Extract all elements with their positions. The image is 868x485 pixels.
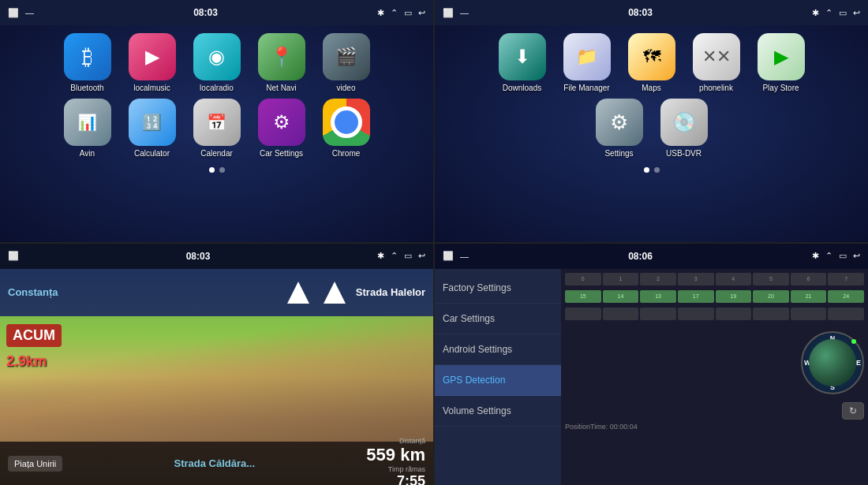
app-icon-carsettings: ⚙	[258, 99, 305, 146]
nav-strada-info: Strada Căldăra...	[174, 457, 255, 469]
topbar-right-4: ✱ ⌃ ▭ ↩	[812, 251, 860, 261]
gps-cell-14: 14	[603, 290, 639, 303]
gps-cell-6: 6	[791, 273, 827, 285]
bluetooth-icon-1: ✱	[377, 8, 384, 18]
topbar-left-3: ⬜	[8, 251, 19, 261]
screen-icon-3: ▭	[404, 251, 412, 261]
settings-item-factory-label: Factory Settings	[443, 282, 511, 293]
app-bluetooth[interactable]: ₿ Bluetooth	[60, 33, 115, 92]
gps-cell-15: 15	[565, 290, 601, 303]
topbar-panel4: ⬜ — 08:06 ✱ ⌃ ▭ ↩	[435, 244, 868, 269]
gps-cell-17: 17	[678, 290, 714, 303]
nav-arrows: Strada Halelor	[283, 282, 425, 304]
app-filemanager[interactable]: 📁 File Manager	[559, 33, 615, 92]
home-icon-4[interactable]: ⬜	[443, 251, 454, 261]
screen-icon-2: ▭	[839, 8, 847, 18]
nav-distanta-km: 559 km	[366, 445, 425, 465]
gps-grid-row2: 15 14 13 17 19 20 21 24	[565, 290, 864, 303]
back-icon-3[interactable]: ↩	[418, 251, 425, 261]
app-icon-downloads: ⬇	[499, 33, 546, 80]
app-settings[interactable]: ⚙ Settings	[592, 99, 647, 158]
nav-distanta-label: Distanță	[366, 437, 425, 445]
compass-widget: N S E W	[801, 331, 864, 394]
app-calculator[interactable]: 🔢 Calculator	[125, 99, 180, 158]
topbar-right-3: ✱ ⌃ ▭ ↩	[377, 251, 425, 261]
app-chrome[interactable]: Chrome	[319, 99, 374, 158]
minimize-icon-2[interactable]: —	[460, 8, 469, 17]
compass-signal-dot	[851, 339, 856, 344]
gps-cell-2: 2	[640, 273, 676, 285]
wifi-icon-1: ⌃	[391, 8, 398, 18]
app-phonelink[interactable]: ✕✕ phonelink	[689, 33, 744, 92]
home-icon-3[interactable]: ⬜	[8, 251, 19, 261]
dot-1-inactive	[219, 167, 225, 173]
topbar-time-3: 08:03	[186, 251, 211, 262]
nav-street-name: Strada Halelor	[356, 286, 425, 298]
app-label-calendar: Calendar	[200, 149, 233, 158]
bluetooth-icon-3: ✱	[377, 251, 384, 261]
back-icon-4[interactable]: ↩	[853, 251, 860, 261]
gps-cell-20: 20	[753, 290, 789, 303]
app-localradio[interactable]: ◉ localradio	[189, 33, 245, 92]
dot-2-inactive	[654, 167, 660, 173]
screen-icon-4: ▭	[839, 251, 847, 261]
wifi-icon-4: ⌃	[825, 251, 832, 261]
gps-position-time: PositionTime: 00:00:04	[565, 423, 864, 431]
page-dots-2	[447, 167, 856, 173]
app-label-localmusic: localmusic	[133, 84, 170, 92]
app-label-carsettings: Car Settings	[260, 149, 303, 158]
topbar-time-1: 08:03	[193, 7, 218, 18]
back-icon-2[interactable]: ↩	[853, 8, 860, 18]
topbar-left-4: ⬜ —	[443, 251, 469, 261]
home-icon-2[interactable]: ⬜	[443, 8, 454, 18]
nav-arrow-straight-1	[287, 282, 309, 304]
settings-body: Factory Settings Car Settings Android Se…	[435, 269, 868, 486]
bluetooth-symbol: ₿	[82, 44, 93, 70]
app-usbdvr[interactable]: 💿 USB-DVR	[657, 99, 712, 158]
app-playstore[interactable]: ▶ Play Store	[754, 33, 809, 92]
topbar-left-2: ⬜ —	[443, 8, 469, 18]
app-calendar[interactable]: 📅 Calendar	[189, 99, 245, 158]
gps-cell-empty-1	[565, 308, 601, 320]
refresh-gps-button[interactable]: ↻	[842, 402, 864, 420]
app-icon-phonelink: ✕✕	[693, 33, 740, 80]
settings-item-android[interactable]: Android Settings	[435, 334, 561, 365]
main-grid: ⬜ — 08:03 ✱ ⌃ ▭ ↩ ₿ Bluetooth	[0, 0, 868, 485]
app-carsettings[interactable]: ⚙ Car Settings	[254, 99, 309, 158]
settings-item-volume[interactable]: Volume Settings	[435, 396, 561, 427]
app-maps[interactable]: 🗺 Maps	[624, 33, 679, 92]
settings-item-gps-label: GPS Detection	[443, 375, 505, 386]
settings-item-car[interactable]: Car Settings	[435, 304, 561, 334]
app-row-2-1: ⬇ Downloads 📁 File Manager 🗺 Maps	[447, 33, 856, 92]
gps-cell-empty-3	[640, 308, 676, 320]
app-label-avin: Avin	[80, 149, 95, 158]
bluetooth-icon-4: ✱	[812, 251, 819, 261]
nav-strada-caldare: Strada Căldăra...	[174, 457, 255, 469]
app-netnavi[interactable]: 📍 Net Navi	[254, 33, 309, 92]
app-video[interactable]: 🎬 video	[319, 33, 374, 92]
topbar-time-4: 08:06	[628, 251, 653, 262]
wifi-icon-3: ⌃	[391, 251, 398, 261]
home-icon-1[interactable]: ⬜	[8, 8, 19, 18]
app-downloads[interactable]: ⬇ Downloads	[495, 33, 550, 92]
nav-piata-label: Piața Unirii	[8, 456, 62, 472]
panel-android-home2: ⬜ — 08:03 ✱ ⌃ ▭ ↩ ⬇ Downloads	[435, 0, 868, 242]
minimize-icon-1[interactable]: —	[25, 8, 34, 17]
nav-city-name: Constanța	[8, 286, 58, 298]
settings-item-gps[interactable]: GPS Detection	[435, 365, 561, 396]
app-localmusic[interactable]: ▶ localmusic	[125, 33, 180, 92]
topbar-panel3: ⬜ 08:03 ✱ ⌃ ▭ ↩	[0, 244, 433, 269]
gps-cell-19: 19	[716, 290, 752, 303]
gps-cell-empty-7	[791, 308, 827, 320]
nav-city-label: Constanța	[8, 286, 58, 298]
gps-cell-empty-8	[828, 308, 864, 320]
gps-cell-7: 7	[828, 273, 864, 285]
app-icon-chrome	[323, 99, 370, 146]
settings-item-factory[interactable]: Factory Settings	[435, 273, 561, 304]
nav-arrow-straight-2	[324, 282, 346, 304]
app-avin[interactable]: 📊 Avin	[60, 99, 115, 158]
minimize-icon-4[interactable]: —	[460, 252, 469, 261]
settings-menu: Factory Settings Car Settings Android Se…	[435, 269, 561, 486]
back-icon-1[interactable]: ↩	[418, 8, 425, 18]
app-label-video: video	[337, 84, 356, 92]
